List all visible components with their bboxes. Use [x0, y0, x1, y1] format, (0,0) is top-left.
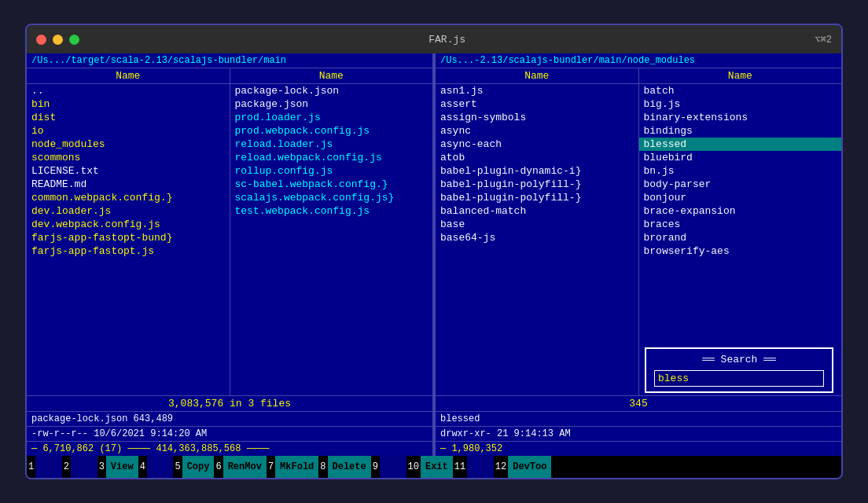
- list-item[interactable]: sc-babel.webpack.config.}: [230, 178, 433, 191]
- list-item[interactable]: babel-plugin-dynamic-i}: [436, 164, 638, 178]
- left-pane: /Us.../target/scala-2.13/scalajs-bundler…: [27, 53, 434, 456]
- list-item[interactable]: scommons: [27, 151, 230, 164]
- list-item[interactable]: common.webpack.config.}: [27, 191, 230, 204]
- list-item[interactable]: bin: [27, 97, 230, 111]
- list-item[interactable]: bn.js: [639, 164, 842, 178]
- list-item[interactable]: rollup.config.js: [230, 164, 433, 178]
- list-item[interactable]: base: [436, 218, 638, 231]
- btn-num-12: 12: [494, 461, 508, 472]
- minimize-button[interactable]: [53, 35, 63, 45]
- list-item[interactable]: prod.loader.js: [230, 111, 433, 124]
- list-item[interactable]: babel-plugin-polyfill-}: [436, 178, 638, 191]
- list-item[interactable]: README.md: [27, 178, 230, 191]
- list-item[interactable]: big.js: [639, 97, 842, 111]
- btn-9[interactable]: 9: [371, 456, 406, 478]
- right-pane-header: /Us...-2.13/scalajs-bundler/main/node_mo…: [436, 53, 841, 68]
- btn-label-1: [35, 456, 62, 478]
- list-item[interactable]: io: [27, 124, 230, 138]
- list-item[interactable]: reload.loader.js: [230, 138, 433, 151]
- btn-label-10: Exit: [421, 456, 453, 478]
- list-item[interactable]: node_modules: [27, 138, 230, 151]
- list-item[interactable]: babel-plugin-polyfill-}: [436, 191, 638, 204]
- list-item[interactable]: assert: [436, 97, 638, 111]
- list-item[interactable]: bonjour: [639, 191, 842, 204]
- list-item[interactable]: package.json: [230, 97, 433, 111]
- btn-6[interactable]: 6 RenMov: [214, 456, 266, 478]
- left-col2: package-lock.json package.json prod.load…: [230, 84, 433, 395]
- list-item[interactable]: base64-js: [436, 231, 638, 244]
- list-item[interactable]: LICENSE.txt: [27, 164, 230, 178]
- list-item[interactable]: dist: [27, 111, 230, 124]
- right-status1: blessed: [436, 411, 841, 426]
- btn-label-3: View: [106, 456, 138, 478]
- list-item[interactable]: dev.webpack.config.js: [27, 218, 230, 231]
- btn-label-12: DevToo: [508, 456, 551, 478]
- list-item[interactable]: browserify-aes: [639, 244, 842, 258]
- btn-2[interactable]: 2: [62, 456, 97, 478]
- btn-5[interactable]: 5 Copy: [173, 456, 214, 478]
- btn-3[interactable]: 3 View: [97, 456, 138, 478]
- list-item[interactable]: blessed: [639, 138, 842, 151]
- list-item[interactable]: assign-symbols: [436, 111, 638, 124]
- list-item[interactable]: bluebird: [639, 151, 842, 164]
- list-item[interactable]: asn1.js: [436, 84, 638, 97]
- search-dialog-title: ══ Search ══: [654, 354, 824, 365]
- main-content: /Us.../target/scala-2.13/scalajs-bundler…: [27, 53, 841, 456]
- search-input[interactable]: [654, 370, 824, 387]
- list-item[interactable]: balanced-match: [436, 204, 638, 218]
- btn-num-7: 7: [267, 461, 275, 472]
- btn-num-2: 2: [62, 461, 71, 472]
- btn-11[interactable]: 11: [453, 456, 494, 478]
- btn-num-6: 6: [214, 461, 223, 472]
- btn-8[interactable]: 8 Delete: [318, 456, 370, 478]
- close-button[interactable]: [36, 35, 46, 45]
- titlebar: FAR.js ⌥⌘2: [27, 25, 841, 53]
- btn-12[interactable]: 12 DevToo: [494, 456, 552, 478]
- left-status1: package-lock.json 643,489: [27, 411, 432, 426]
- list-item[interactable]: braces: [639, 218, 842, 231]
- list-item[interactable]: farjs-app-fastopt-bund}: [27, 231, 230, 244]
- btn-num-5: 5: [173, 461, 182, 472]
- btn-num-10: 10: [406, 461, 421, 472]
- list-item[interactable]: async-each: [436, 138, 638, 151]
- list-item[interactable]: test.webpack.config.js: [230, 204, 433, 218]
- left-col1: .. bin dist io node_modules scommons LIC…: [27, 84, 230, 395]
- list-item[interactable]: reload.webpack.config.js: [230, 151, 433, 164]
- list-item[interactable]: farjs-app-fastopt.js: [27, 244, 230, 258]
- btn-10[interactable]: 10 Exit: [406, 456, 453, 478]
- right-status2: drwxr-xr- 21 9:14:13 AM: [436, 426, 841, 441]
- btn-1[interactable]: 1: [27, 456, 62, 478]
- list-item[interactable]: body-parser: [639, 178, 842, 191]
- btn-num-3: 3: [97, 461, 106, 472]
- bottom-bar: 1 2 3 View 4 5 Copy 6 RenMov 7 MkFold: [27, 456, 841, 478]
- btn-num-1: 1: [27, 461, 35, 472]
- maximize-button[interactable]: [69, 35, 79, 45]
- btn-num-8: 8: [318, 461, 327, 472]
- btn-label-7: MkFold: [275, 456, 318, 478]
- list-item[interactable]: brace-expansion: [639, 204, 842, 218]
- btn-label-9: [380, 456, 406, 478]
- list-item[interactable]: ..: [27, 84, 230, 97]
- list-item[interactable]: dev.loader.js: [27, 204, 230, 218]
- btn-num-9: 9: [371, 461, 380, 472]
- left-pane-footer: 3,083,576 in 3 files: [27, 395, 432, 411]
- list-item[interactable]: bindings: [639, 124, 842, 138]
- left-pane-body: .. bin dist io node_modules scommons LIC…: [27, 84, 432, 395]
- window-title: FAR.js: [428, 34, 465, 46]
- right-col-headers: Name Name: [436, 68, 841, 84]
- btn-4[interactable]: 4: [138, 456, 174, 478]
- right-col1: asn1.js assert assign-symbols async asyn…: [436, 84, 638, 395]
- list-item[interactable]: binary-extensions: [639, 111, 842, 124]
- list-item[interactable]: brorand: [639, 231, 842, 244]
- left-pane-header: /Us.../target/scala-2.13/scalajs-bundler…: [27, 53, 432, 68]
- list-item[interactable]: prod.webpack.config.js: [230, 124, 433, 138]
- list-item[interactable]: async: [436, 124, 638, 138]
- btn-7[interactable]: 7 MkFold: [267, 456, 318, 478]
- list-item[interactable]: atob: [436, 151, 638, 164]
- btn-label-5: Copy: [182, 456, 215, 478]
- window-shortcut: ⌥⌘2: [815, 34, 832, 46]
- btn-label-8: Delete: [328, 456, 371, 478]
- list-item[interactable]: batch: [639, 84, 842, 97]
- list-item[interactable]: package-lock.json: [230, 84, 433, 97]
- list-item[interactable]: scalajs.webpack.config.js}: [230, 191, 433, 204]
